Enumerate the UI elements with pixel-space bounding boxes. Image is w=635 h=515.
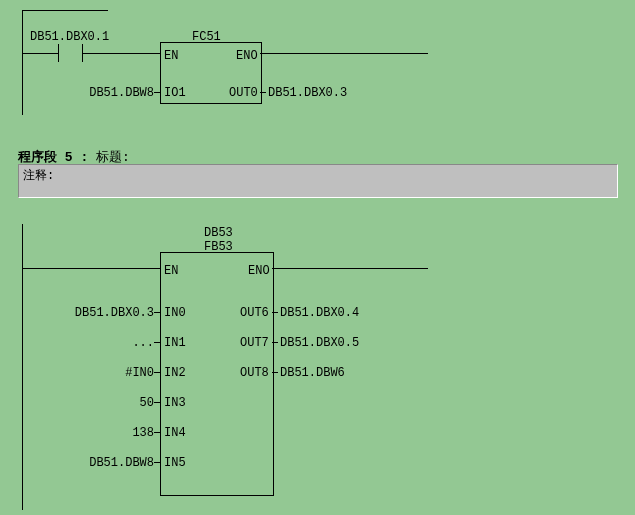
fb53-out1-addr: DB51.DBX0.5	[280, 336, 359, 350]
fb53-in4-tick	[154, 432, 160, 433]
fb53-in0-label: IN0	[164, 306, 186, 320]
net4-top-bar	[22, 10, 108, 11]
fb53-eno-label: ENO	[248, 264, 270, 278]
fb53-out0-tick	[272, 312, 278, 313]
fb53-out2-label: OUT8	[240, 366, 269, 380]
fb53-out1-tick	[272, 342, 278, 343]
fc51-eno-label: ENO	[236, 49, 258, 63]
fc51-title: FC51	[192, 30, 221, 44]
fb53-in5-label: IN5	[164, 456, 186, 470]
fb53-out2-tick	[272, 372, 278, 373]
fb53-in5-addr: DB51.DBW8	[89, 456, 154, 470]
contact-left-bar	[58, 44, 59, 62]
fc51-en-label: EN	[164, 49, 178, 63]
fb53-out0-addr: DB51.DBX0.4	[280, 306, 359, 320]
fb53-out0-label: OUT6	[240, 306, 269, 320]
fc51-eno-rail	[260, 53, 428, 54]
fb53-in3-addr: 50	[140, 396, 154, 410]
fb53-in3-label: IN3	[164, 396, 186, 410]
fb53-en-label: EN	[164, 264, 178, 278]
fb53-db-label: DB53	[204, 226, 233, 240]
section5-header-rest: 标题:	[96, 150, 130, 165]
net4-left-rail	[22, 10, 23, 115]
contact-right-bar	[82, 44, 83, 62]
net5-left-rail	[22, 224, 23, 510]
net4-en-rail	[22, 53, 160, 54]
fb53-in5-tick	[154, 462, 160, 463]
section5-header-bold: 程序段 5 :	[18, 150, 88, 165]
fb53-in1-tick	[154, 342, 160, 343]
fc51-out0-tick	[260, 92, 266, 93]
fb53-in0-tick	[154, 312, 160, 313]
fc51-io1-tick	[154, 92, 160, 93]
fb53-in2-label: IN2	[164, 366, 186, 380]
fb53-in0-addr: DB51.DBX0.3	[75, 306, 154, 320]
fc51-io1-label: IO1	[164, 86, 186, 100]
fb53-in2-tick	[154, 372, 160, 373]
contact-gap	[59, 52, 82, 55]
ladder-canvas: DB51.DBX0.1 FC51 EN ENO IO1 DB51.DBW8 OU…	[0, 0, 635, 515]
fb53-out2-addr: DB51.DBW6	[280, 366, 345, 380]
fb53-in1-addr: ...	[132, 336, 154, 350]
fb53-title: FB53	[204, 240, 233, 254]
fb53-eno-rail	[272, 268, 428, 269]
fc51-io1-addr: DB51.DBW8	[89, 86, 154, 100]
fb53-in3-tick	[154, 402, 160, 403]
fb53-out1-label: OUT7	[240, 336, 269, 350]
fb53-in1-label: IN1	[164, 336, 186, 350]
fb53-in4-label: IN4	[164, 426, 186, 440]
section5-comment-label: 注释:	[23, 169, 54, 183]
fc51-out0-addr: DB51.DBX0.3	[268, 86, 347, 100]
section5-comment[interactable]: 注释:	[18, 164, 618, 198]
contact-label: DB51.DBX0.1	[30, 30, 109, 44]
fb53-in4-addr: 138	[132, 426, 154, 440]
fb53-in2-addr: #IN0	[125, 366, 154, 380]
fc51-out0-label: OUT0	[229, 86, 258, 100]
net5-en-rail	[22, 268, 160, 269]
